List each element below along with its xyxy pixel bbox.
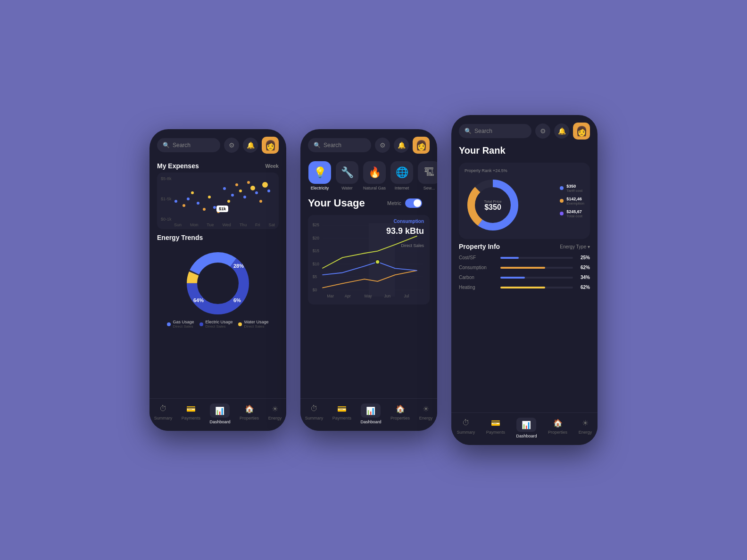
costsf-bar-container xyxy=(500,257,573,259)
summary-icon-3: ⏱ xyxy=(461,418,471,428)
phone-2: 🔍 Search ⚙ 🔔 👩 💡 Electricity 🔧 Water xyxy=(300,129,437,431)
consumption-value: 93.9 kBtu xyxy=(386,226,424,236)
nav-energy-2[interactable]: ☀ Energy xyxy=(419,404,433,424)
summary-icon-1: ⏱ xyxy=(158,404,168,414)
nav-properties-1[interactable]: 🏠 Properties xyxy=(240,404,259,424)
properties-icon-3: 🏠 xyxy=(553,418,563,428)
svg-text:28%: 28% xyxy=(233,263,244,269)
nav-energy-1[interactable]: ☀ Energy xyxy=(268,404,282,424)
search-label-1: Search xyxy=(173,142,191,148)
avatar-1: 👩 xyxy=(262,137,279,154)
search-icon-2: 🔍 xyxy=(314,142,321,148)
svg-text:64%: 64% xyxy=(193,297,204,303)
search-bar-3[interactable]: 🔍 Search xyxy=(459,124,531,138)
phone3-header: 🔍 Search ⚙ 🔔 👩 xyxy=(451,115,598,143)
legend-dot-gas xyxy=(167,322,171,326)
carbon-bar-container xyxy=(500,277,573,279)
bell-icon-2[interactable]: 🔔 xyxy=(394,138,409,153)
heating-bar-container xyxy=(500,287,573,288)
filter-icon-3[interactable]: ⚙ xyxy=(535,124,550,139)
legend-electric: Electric Usage Direct Sales xyxy=(199,320,232,329)
nav-properties-3[interactable]: 🏠 Properties xyxy=(548,418,567,438)
payments-icon-3: 💳 xyxy=(490,418,501,428)
util-gas[interactable]: 🔥 Natural Gas xyxy=(363,161,386,190)
filter-icon-1[interactable]: ⚙ xyxy=(224,138,239,153)
rank-legend-total: $245,67 Total cost xyxy=(560,209,584,218)
phone1-header: 🔍 Search ⚙ 🔔 👩 xyxy=(149,129,286,157)
nav-dashboard-1[interactable]: 📊 Dashboard xyxy=(209,404,230,424)
consumption-label: Consumption xyxy=(394,219,424,224)
expenses-label: My Expenses xyxy=(157,162,199,170)
phone2-header: 🔍 Search ⚙ 🔔 👩 xyxy=(300,129,437,157)
svg-text:Apr: Apr xyxy=(345,294,351,298)
dashboard-icon-2: 📊 xyxy=(365,405,376,416)
util-water[interactable]: 🔧 Water xyxy=(335,161,359,190)
prop-row-consumption: Consumption 62% xyxy=(459,265,590,270)
your-rank-section: Your Rank xyxy=(451,143,598,159)
direct-sales-label: Direct Sales xyxy=(401,243,424,248)
line-chart: Consumption 93.9 kBtu Direct Sales $25 $… xyxy=(308,215,430,305)
nav-dashboard-3[interactable]: 📊 Dashboard xyxy=(516,418,537,438)
nav-payments-2[interactable]: 💳 Payments xyxy=(332,404,351,424)
nav-properties-2[interactable]: 🏠 Properties xyxy=(390,404,410,424)
nav-summary-1[interactable]: ⏱ Summary xyxy=(154,404,173,424)
gas-icon-box: 🔥 xyxy=(363,161,386,184)
rank-legend-tariff: $350 Tariff cost xyxy=(560,184,584,193)
phones-container: 🔍 Search ⚙ 🔔 👩 My Expenses Week $5-8k $1… xyxy=(149,115,598,445)
search-bar-2[interactable]: 🔍 Search xyxy=(308,138,371,152)
rank-legend: $350 Tariff cost $142,46 Exemption xyxy=(560,184,584,218)
heating-bar xyxy=(500,287,545,288)
week-label[interactable]: Week xyxy=(265,163,279,169)
metric-toggle-row: Metric xyxy=(380,198,430,208)
consumption-bar-container xyxy=(500,267,573,269)
energy-type-dropdown[interactable]: Energy Type ▾ xyxy=(560,244,590,249)
internet-icon-box: 🌐 xyxy=(390,161,413,184)
svg-text:$350: $350 xyxy=(484,203,501,211)
donut-chart-1: 28% 64% 6% xyxy=(149,244,286,316)
scatter-chart: $5-8k $1-5k $0-1k xyxy=(157,173,279,229)
energy-icon-1: ☀ xyxy=(270,404,280,414)
property-info-title: Property Info xyxy=(459,243,500,250)
nav-payments-3[interactable]: 💳 Payments xyxy=(486,418,505,438)
donut-legend-1: Gas Usage Direct Sales Electric Usage Di… xyxy=(149,316,286,332)
consumption-bar xyxy=(500,267,545,269)
avatar-2: 👩 xyxy=(413,137,430,154)
search-bar-1[interactable]: 🔍 Search xyxy=(157,138,220,152)
nav-summary-2[interactable]: ⏱ Summary xyxy=(305,404,324,424)
bell-icon-1[interactable]: 🔔 xyxy=(243,138,258,153)
search-icon-1: 🔍 xyxy=(163,142,170,148)
phone3-bottom-nav: ⏱ Summary 💳 Payments 📊 Dashboard 🏠 Prope… xyxy=(451,412,598,445)
metric-label: Metric xyxy=(387,200,401,206)
legend-dot-water xyxy=(238,322,242,326)
trends-label: Energy Trends xyxy=(157,234,203,241)
prop-row-carbon: Carbon 34% xyxy=(459,275,590,280)
search-icon-3: 🔍 xyxy=(465,128,472,134)
legend-text-water: Water Usage Direct Sales xyxy=(244,320,268,329)
water-icon-box: 🔧 xyxy=(336,161,358,184)
util-sewer[interactable]: 🏗 Sew... xyxy=(417,161,437,190)
util-internet[interactable]: 🌐 Internet xyxy=(390,161,414,190)
legend-dot-electric xyxy=(199,322,203,326)
avatar-3: 👩 xyxy=(573,123,590,140)
nav-dashboard-2[interactable]: 📊 Dashboard xyxy=(360,404,381,424)
bell-icon-3[interactable]: 🔔 xyxy=(554,124,569,139)
search-label-3: Search xyxy=(474,128,492,134)
nav-summary-3[interactable]: ⏱ Summary xyxy=(457,418,475,438)
svg-text:Mar: Mar xyxy=(327,294,334,298)
chart-x-labels: Sun Mon Tue Wed Thu Fri Sat xyxy=(174,222,275,227)
metric-toggle[interactable] xyxy=(405,198,422,208)
svg-text:$20: $20 xyxy=(313,236,319,240)
filter-icon-2[interactable]: ⚙ xyxy=(375,138,390,153)
nav-payments-1[interactable]: 💳 Payments xyxy=(182,404,200,424)
svg-text:Jun: Jun xyxy=(384,294,391,298)
rank-donut: Total Price $350 xyxy=(465,177,521,233)
carbon-bar xyxy=(500,277,525,279)
util-electricity[interactable]: 💡 Electricity xyxy=(308,161,332,190)
exemption-dot xyxy=(560,199,564,203)
legend-gas: Gas Usage Direct Sales xyxy=(167,320,194,329)
your-usage-title: Your Usage xyxy=(308,197,365,209)
prop-row-costsf: Cost/SF 25% xyxy=(459,255,590,260)
nav-energy-3[interactable]: ☀ Energy xyxy=(579,418,592,438)
svg-text:$25: $25 xyxy=(313,223,319,228)
properties-icon-1: 🏠 xyxy=(244,404,255,414)
